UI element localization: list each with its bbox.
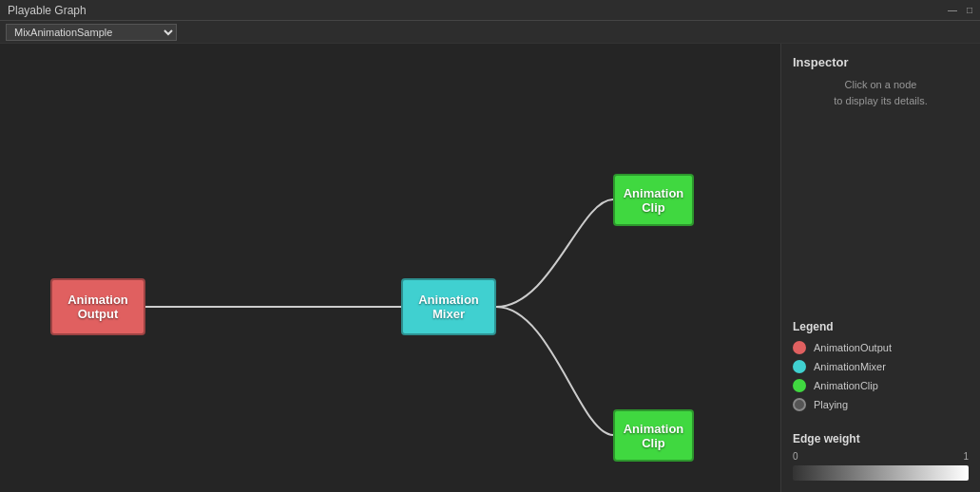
edge-weight-gradient-bar <box>793 465 969 481</box>
title-bar: Playable Graph — □ <box>0 0 980 21</box>
legend-dot-output <box>793 341 806 354</box>
title-controls: — □ <box>946 3 976 16</box>
edge-weight-range: 0 1 <box>793 451 969 462</box>
inspector-hint-line2: to display its details. <box>834 95 927 106</box>
legend-label-output: AnimationOutput <box>814 342 892 353</box>
edge-weight-title: Edge weight <box>793 432 969 445</box>
node-output-line1: Animation <box>67 293 128 307</box>
window-title: Playable Graph <box>8 4 86 17</box>
legend-label-clip: AnimationClip <box>814 380 878 391</box>
legend-item-clip: AnimationClip <box>793 379 969 392</box>
node-clip2-line1: Animation <box>624 422 684 436</box>
legend-label-mixer: AnimationMixer <box>814 361 886 372</box>
inspector-hint-line1: Click on a node <box>845 79 917 90</box>
edge-weight-max: 1 <box>963 451 969 462</box>
node-output-line2: Output <box>67 307 128 321</box>
legend-label-playing: Playing <box>814 399 848 410</box>
legend-section: Legend AnimationOutput AnimationMixer An… <box>793 311 969 417</box>
legend-item-output: AnimationOutput <box>793 341 969 354</box>
main-layout: Animation Output Animation Mixer Animati… <box>0 44 980 492</box>
node-animation-mixer[interactable]: Animation Mixer <box>401 278 496 335</box>
legend-item-playing: Playing <box>793 398 969 411</box>
legend-dot-clip <box>793 379 806 392</box>
inspector-title: Inspector <box>793 55 969 69</box>
node-animation-output[interactable]: Animation Output <box>50 278 145 335</box>
edge-weight-section: Edge weight 0 1 <box>793 432 969 481</box>
node-mixer-line1: Animation <box>418 293 479 307</box>
graph-select[interactable]: MixAnimationSample <box>6 24 177 41</box>
inspector-panel: Inspector Click on a node to display its… <box>780 44 980 492</box>
node-animation-clip-1[interactable]: Animation Clip <box>613 174 694 226</box>
node-mixer-line2: Mixer <box>418 307 479 321</box>
legend-dot-mixer <box>793 360 806 373</box>
legend-title: Legend <box>793 320 969 333</box>
node-clip1-line1: Animation <box>624 186 684 200</box>
legend-item-mixer: AnimationMixer <box>793 360 969 373</box>
graph-canvas: Animation Output Animation Mixer Animati… <box>0 44 780 492</box>
legend-dot-playing <box>793 398 806 411</box>
inspector-hint: Click on a node to display its details. <box>793 77 969 108</box>
maximize-button[interactable]: □ <box>963 3 976 16</box>
node-clip2-line2: Clip <box>624 436 684 450</box>
edge-weight-min: 0 <box>793 451 798 462</box>
node-clip1-line2: Clip <box>624 200 684 215</box>
minimize-button[interactable]: — <box>946 3 959 16</box>
dropdown-bar: MixAnimationSample <box>0 21 980 44</box>
node-animation-clip-2[interactable]: Animation Clip <box>613 409 694 462</box>
